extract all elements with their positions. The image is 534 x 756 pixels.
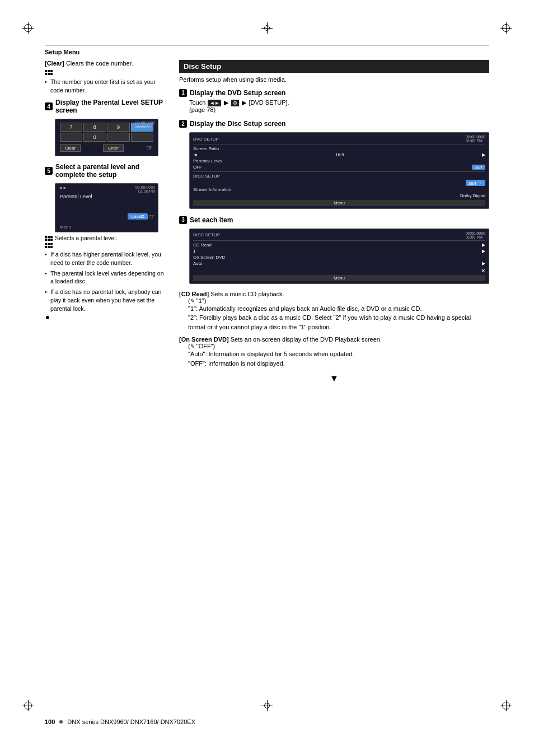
- step4-block: 4 Display the Parental Level SETUP scree…: [45, 99, 168, 156]
- disc-osd-val-row: Auto ▶: [193, 260, 485, 267]
- top-divider: [45, 45, 489, 45]
- dvd-menu-bar: Menu: [193, 200, 485, 206]
- disc-osd-val-btn: ▶: [482, 261, 485, 266]
- disc-cd-row: CD Read ▶: [193, 242, 485, 248]
- parental-time: 00:00/000001:00 PM: [135, 185, 155, 193]
- dvd-parental-value: OFF: [193, 165, 202, 170]
- dvd-row-discsetup: DISC SETUP: [193, 173, 485, 179]
- disc-menu-bar: Menu: [193, 275, 485, 281]
- dvd-ratio-arrow: ◄: [193, 152, 198, 157]
- keypad-screen: 00:00/000001:00 PM 7 8 9 Level5 0 Clear …: [55, 119, 158, 156]
- disc-cd-label: CD Read: [193, 242, 212, 248]
- disc-screen-title: DISC SETUP: [193, 232, 220, 237]
- key-0[interactable]: 0: [83, 133, 106, 142]
- footer-separator: [59, 720, 63, 724]
- step4-title: Display the Parental Level SETUP screen: [55, 99, 168, 114]
- key-9[interactable]: 9: [107, 123, 130, 132]
- disc-cd-value: 1: [193, 249, 195, 254]
- disc-close-row: ✕: [193, 268, 485, 274]
- right-column: Disc Setup Performs setup when using dis…: [179, 60, 489, 384]
- osd-pencil: ✎: [190, 343, 195, 349]
- grid-icon: [45, 70, 53, 75]
- step1-instruction: Touch ◄► ▶ ⚙ ▶ [DVD SETUP].: [189, 99, 489, 106]
- disc-setup-screen: DISC SETUP 00:00/000001:00 PM CD Read ▶ …: [189, 228, 489, 284]
- step5-num: 5: [45, 167, 53, 175]
- step3-label: 3 Set each item: [179, 216, 233, 224]
- dvd-screen-body: Screen Ratio ◄ 16:9 ▶ Parental Level OFF…: [193, 144, 485, 199]
- disc-setup-intro: Performs setup when using disc media.: [179, 76, 489, 83]
- reg-mark-tr: [500, 22, 512, 34]
- step3-title: Set each item: [190, 216, 233, 224]
- step2-num: 2: [179, 120, 187, 128]
- parental-cursor: ☞: [149, 213, 155, 221]
- disc-setup-header: Disc Setup: [179, 60, 489, 73]
- step1-page-ref: (page 78): [189, 106, 489, 113]
- step2-block: 2 Display the Disc Setup screen DVD SETU…: [179, 120, 489, 209]
- two-col-layout: [Clear] Clears the code number. The numb…: [45, 60, 489, 384]
- parental-bullet-2: The parental lock level varies depending…: [45, 269, 168, 286]
- touch-cursor-keypad: ☞: [146, 143, 153, 152]
- parental-bullet-3: If a disc has no parental lock, anybody …: [45, 288, 168, 312]
- dvd-stream-value: Dolby Digital: [460, 193, 485, 198]
- clear-text: Clears the code number.: [64, 60, 133, 67]
- disc-osd-value: Auto: [193, 261, 202, 266]
- dvd-divider: [193, 171, 485, 172]
- reg-mark-bottom: [261, 700, 273, 711]
- disc-close-icon: ✕: [481, 268, 485, 274]
- dvd-row-parental-val: OFF SET: [193, 164, 485, 170]
- osd-opt-auto: "Auto": Information is displayed for 5 s…: [188, 349, 489, 359]
- reg-mark-br: [500, 700, 512, 711]
- parental-note-icon2-row: [45, 243, 168, 248]
- dvd-row-parental: Parental Level: [193, 158, 485, 164]
- dvd-ratio-value: 16:9: [335, 152, 344, 157]
- keypad-time: 00:00/000001:00 PM: [135, 121, 155, 129]
- cd-read-term: [CD Read] Sets a music CD playback. (✎ "…: [179, 291, 489, 332]
- dvd-screen-title: DVD SETUP: [193, 137, 219, 142]
- dvd-cursor: ☞: [478, 180, 483, 186]
- clear-label: [Clear] Clears the code number.: [45, 60, 168, 67]
- key-enter[interactable]: Enter: [103, 144, 124, 152]
- parental-bullet-1: If a disc has higher parental lock level…: [45, 250, 168, 267]
- parental-level-btn[interactable]: Level5: [128, 213, 148, 220]
- on-screen-dvd-term: [On Screen DVD] Sets an on-screen displa…: [179, 336, 489, 368]
- clear-bullet: The number you enter first is set as you…: [45, 78, 168, 94]
- disc-screen-header: DISC SETUP 00:00/000001:00 PM: [193, 231, 485, 239]
- dvd-screen-header: DVD SETUP 00:00/000001:00 PM: [193, 135, 485, 143]
- series-name: DNX series DNX9960/ DNX7160/ DNX7020EX: [67, 718, 195, 725]
- step1-block: 1 Display the DVD Setup screen Touch ◄► …: [179, 88, 489, 113]
- reg-mark-bl: [22, 700, 34, 711]
- key-8[interactable]: 8: [83, 123, 106, 132]
- small-bullet: [46, 316, 49, 319]
- parental-label-text: Parental Level: [60, 194, 92, 199]
- step1-num: 1: [179, 89, 187, 97]
- step3-num: 3: [179, 216, 187, 224]
- cd-read-default: (✎ "1"): [188, 297, 489, 304]
- clear-bold: [Clear]: [45, 60, 64, 67]
- step1-arrow1: ▶: [224, 99, 228, 106]
- left-column: [Clear] Clears the code number. The numb…: [45, 60, 168, 384]
- step1-label: 1 Display the DVD Setup screen: [179, 89, 285, 97]
- disc-osd-label: On Screen DVD: [193, 255, 225, 260]
- reg-mark-top: [261, 22, 273, 34]
- dvd-set-btn[interactable]: SET: [472, 165, 485, 170]
- clear-section: [Clear] Clears the code number. The numb…: [45, 60, 168, 94]
- disc-cd-btn: ▶: [482, 242, 485, 248]
- on-screen-dvd-default: (✎ "OFF"): [188, 343, 489, 349]
- note-icon-row: [45, 68, 168, 76]
- dvd-disc-set-row: SET☞: [193, 179, 485, 186]
- cd-read-pencil: ✎: [190, 298, 195, 304]
- parental-note-text: Selects a parental level.: [55, 235, 117, 241]
- on-screen-dvd-title: [On Screen DVD]: [179, 336, 229, 343]
- key-blank3: [131, 133, 153, 142]
- parental-grid-icon: [45, 236, 53, 241]
- osd-opt-off: "OFF": Information is not displayed.: [188, 359, 489, 368]
- key-7[interactable]: 7: [60, 123, 82, 132]
- cd-read-desc: Sets a music CD playback.: [210, 291, 284, 297]
- step1-icon2: ⚙: [231, 100, 239, 106]
- disc-cd-val-btn: ▶: [482, 249, 485, 254]
- dvd-disc-set-btn[interactable]: SET☞: [466, 180, 485, 186]
- reg-mark-tl: [22, 22, 34, 34]
- key-clear[interactable]: Clear: [60, 144, 81, 152]
- disc-osd-row: On Screen DVD: [193, 254, 485, 260]
- page-footer: 100 DNX series DNX9960/ DNX7160/ DNX7020…: [45, 718, 489, 725]
